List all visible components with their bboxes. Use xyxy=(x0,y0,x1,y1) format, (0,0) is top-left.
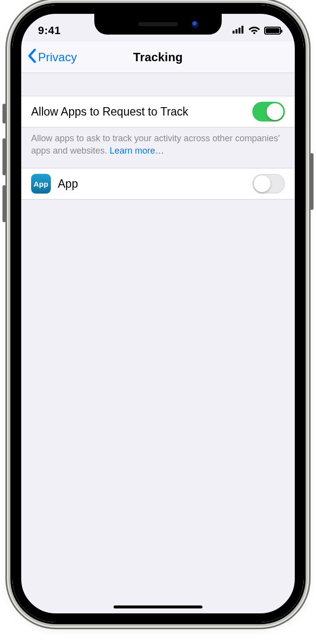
back-button[interactable]: Privacy xyxy=(24,41,80,73)
svg-point-4 xyxy=(253,32,255,34)
app-name-label: App xyxy=(58,177,245,191)
toggle-knob xyxy=(254,175,271,192)
section-spacer xyxy=(21,73,295,96)
mute-switch-key xyxy=(2,104,6,123)
svg-rect-1 xyxy=(236,29,237,34)
toggle-knob xyxy=(267,103,283,120)
wifi-icon xyxy=(248,25,260,36)
volume-up-key xyxy=(2,138,6,175)
power-key xyxy=(310,153,314,210)
screen: 9:41 xyxy=(21,14,295,613)
allow-apps-request-toggle[interactable] xyxy=(252,102,285,121)
allow-apps-request-row: Allow Apps to Request to Track xyxy=(21,96,295,127)
section-footer-note: Allow apps to ask to track your activity… xyxy=(21,127,295,168)
app-tracking-row: App App xyxy=(21,168,295,200)
allow-apps-request-label: Allow Apps to Request to Track xyxy=(31,105,188,119)
phone-frame: 9:41 xyxy=(12,5,304,622)
svg-rect-2 xyxy=(238,28,240,34)
home-indicator[interactable] xyxy=(114,605,202,608)
cellular-icon xyxy=(233,26,244,36)
content-area: Allow Apps to Request to Track Allow app… xyxy=(21,73,295,613)
volume-down-key xyxy=(2,185,6,222)
back-label: Privacy xyxy=(38,50,77,64)
chevron-left-icon xyxy=(27,48,37,66)
speaker-grille xyxy=(138,22,178,26)
learn-more-link[interactable]: Learn more… xyxy=(110,146,164,156)
status-time: 9:41 xyxy=(38,24,61,37)
front-camera xyxy=(192,21,199,28)
device-notch xyxy=(94,14,222,35)
page-title: Tracking xyxy=(133,50,183,64)
app-tracking-toggle[interactable] xyxy=(252,174,285,194)
battery-icon xyxy=(264,27,281,35)
app-icon: App xyxy=(31,174,51,194)
svg-rect-3 xyxy=(241,26,243,34)
navigation-bar: Privacy Tracking xyxy=(21,41,295,73)
svg-rect-0 xyxy=(233,31,235,34)
